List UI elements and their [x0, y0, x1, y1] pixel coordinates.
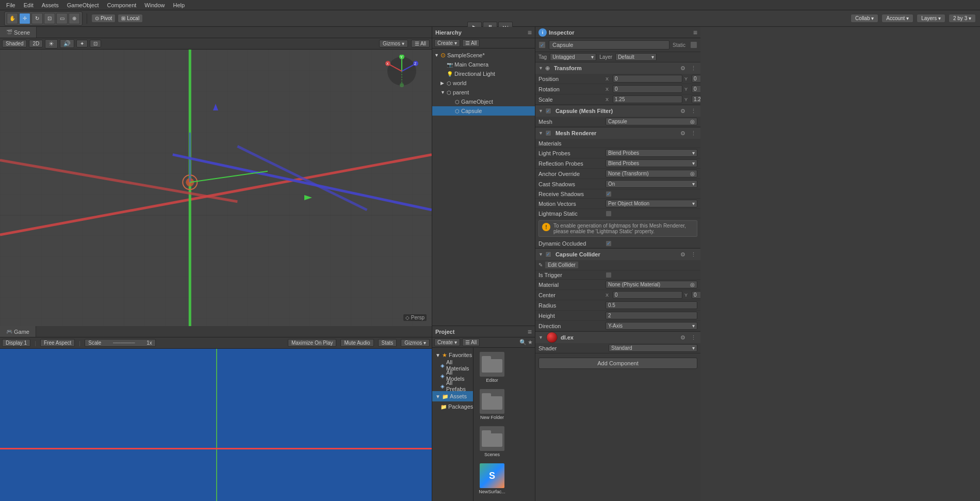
hierarchy-all-btn[interactable]: ☰ All	[462, 39, 480, 47]
scale-tool-btn[interactable]: ⊡	[44, 13, 55, 24]
cc-checkbox[interactable]	[545, 251, 551, 257]
scene-tab[interactable]: 🎬 Scene	[0, 27, 37, 38]
hierarchy-item-parent[interactable]: ▼ ⬡ parent	[432, 88, 535, 97]
rot-y-input[interactable]	[692, 85, 700, 93]
receive-shadows-checkbox[interactable]	[606, 191, 612, 197]
height-input[interactable]	[606, 312, 697, 319]
favorites-item[interactable]: ▼ ★ Favorites	[432, 350, 473, 360]
project-all-btn[interactable]: ☰ All	[462, 338, 480, 346]
audio-btn[interactable]: 🔊	[60, 39, 74, 48]
menu-assets[interactable]: Assets	[38, 2, 63, 8]
account-btn[interactable]: Account ▾	[881, 14, 913, 23]
scale-x-input[interactable]	[613, 95, 682, 103]
obj-active-checkbox[interactable]	[538, 41, 546, 49]
hierarchy-scene-root[interactable]: ▼ ⊙ SampleScene*	[432, 51, 535, 60]
asset-editor[interactable]: Editor	[476, 350, 509, 385]
maximize-btn[interactable]: Maximize On Play	[288, 339, 337, 347]
hand-tool-btn[interactable]: ✋	[7, 13, 18, 24]
lightmap-static-checkbox[interactable]	[606, 211, 612, 217]
edit-collider-btn[interactable]: Edit Collider	[545, 261, 579, 269]
hierarchy-menu-btn[interactable]: ≡	[528, 28, 532, 37]
collider-material-dropdown[interactable]: None (Physic Material) ◎	[606, 281, 697, 288]
menu-component[interactable]: Component	[103, 2, 140, 8]
mat-overflow-btn[interactable]: ⋮	[689, 333, 697, 342]
asset-new-folder[interactable]: New Folder	[476, 387, 509, 422]
hierarchy-item-world[interactable]: ▶ ⬡ world	[432, 78, 535, 88]
stats-btn[interactable]: Stats	[378, 339, 397, 347]
cast-shadows-dropdown[interactable]: On ▾	[606, 180, 697, 188]
collab-btn[interactable]: Collab ▾	[851, 14, 878, 23]
mesh-dropdown[interactable]: Capsule ◎	[606, 118, 697, 125]
asset-scenes[interactable]: Scenes	[476, 424, 509, 459]
transform-header[interactable]: ▼ ⊕ Transform ⚙ ⋮	[535, 62, 700, 74]
scale-y-input[interactable]	[692, 95, 700, 103]
asset-newsurf[interactable]: S NewSurfac...	[476, 461, 509, 496]
mf-settings-btn[interactable]: ⚙	[679, 107, 687, 115]
shader-dropdown[interactable]: Standard ▾	[609, 344, 697, 352]
menu-gameobject[interactable]: GameObject	[63, 2, 103, 8]
layer-dropdown[interactable]: Default ▾	[615, 53, 657, 61]
project-create-btn[interactable]: Create ▾	[434, 338, 460, 346]
capsule-collider-header[interactable]: ▼ Capsule Collider ⚙ ⋮	[535, 249, 700, 260]
hierarchy-item-gameobject[interactable]: ⬡ GameObject	[432, 97, 535, 106]
mf-overflow-btn[interactable]: ⋮	[689, 107, 697, 115]
gizmos-btn[interactable]: Gizmos ▾	[379, 40, 408, 47]
assets-item[interactable]: ▼ 📁 Assets	[432, 391, 473, 401]
menu-edit[interactable]: Edit	[20, 2, 38, 8]
menu-window[interactable]: Window	[140, 2, 169, 8]
hierarchy-item-directional-light[interactable]: 💡 Directional Light	[432, 69, 535, 78]
menu-file[interactable]: File	[2, 2, 20, 8]
move-tool-btn[interactable]: ✛	[19, 13, 30, 24]
tag-dropdown[interactable]: Untagged ▾	[550, 53, 596, 61]
aspect-select[interactable]: Free Aspect	[40, 339, 75, 347]
direction-dropdown[interactable]: Y-Axis ▾	[606, 322, 697, 330]
all-prefabs-item[interactable]: ◈ All Prefabs	[432, 381, 473, 391]
fx-btn[interactable]: ✦	[76, 40, 88, 47]
mesh-renderer-header[interactable]: ▼ Mesh Renderer ⚙ ⋮	[535, 127, 700, 139]
mr-checkbox[interactable]	[545, 130, 551, 136]
hierarchy-item-capsule[interactable]: ⬡ Capsule	[432, 106, 535, 116]
is-trigger-checkbox[interactable]	[606, 272, 612, 278]
local-btn[interactable]: ⊞ Local	[118, 14, 143, 23]
static-checkbox[interactable]	[690, 41, 697, 49]
hierarchy-item-main-camera[interactable]: 📷 Main Camera	[432, 60, 535, 69]
hierarchy-create-btn[interactable]: Create ▾	[434, 39, 460, 47]
transform-overflow-btn[interactable]: ⋮	[689, 64, 697, 72]
game-tab[interactable]: 🎮 Game	[0, 326, 36, 337]
layout-btn[interactable]: 2 by 3 ▾	[949, 14, 976, 23]
mat-settings-btn[interactable]: ⚙	[679, 333, 687, 342]
mute-btn[interactable]: Mute Audio	[340, 339, 373, 347]
add-component-btn[interactable]: Add Component	[538, 358, 697, 369]
custom-tool-btn[interactable]: ⊕	[69, 13, 80, 24]
cc-settings-btn[interactable]: ⚙	[679, 250, 687, 258]
menu-help[interactable]: Help	[169, 2, 189, 8]
inspector-menu-btn[interactable]: ≡	[693, 28, 697, 37]
all-models-item[interactable]: ◈ All Models	[432, 370, 473, 381]
packages-item[interactable]: 📁 Packages	[432, 401, 473, 412]
scene-canvas[interactable]: Y Z X ◇ Persp	[0, 50, 432, 326]
cc-overflow-btn[interactable]: ⋮	[689, 250, 697, 258]
light-probes-dropdown[interactable]: Blend Probes ▾	[606, 149, 697, 157]
obj-name-input[interactable]	[549, 40, 669, 50]
mr-settings-btn[interactable]: ⚙	[679, 129, 687, 137]
project-menu-btn[interactable]: ≡	[528, 328, 532, 336]
shaded-btn[interactable]: Shaded	[2, 40, 27, 47]
transform-settings-btn[interactable]: ⚙	[679, 64, 687, 72]
game-canvas[interactable]	[0, 349, 432, 501]
rect-tool-btn[interactable]: ▭	[56, 13, 68, 24]
rotate-tool-btn[interactable]: ↻	[31, 13, 43, 24]
motion-vectors-dropdown[interactable]: Per Object Motion ▾	[606, 200, 697, 207]
reflection-probes-dropdown[interactable]: Blend Probes ▾	[606, 159, 697, 167]
mesh-filter-header[interactable]: ▼ Capsule (Mesh Filter) ⚙ ⋮	[535, 105, 700, 117]
game-gizmos-btn[interactable]: Gizmos ▾	[401, 339, 430, 347]
center-y-input[interactable]	[692, 291, 700, 299]
display-select[interactable]: Display 1	[2, 339, 30, 347]
pos-y-input[interactable]	[692, 75, 700, 83]
pivot-btn[interactable]: ⊙ Pivot	[91, 14, 116, 23]
radius-input[interactable]	[606, 301, 697, 309]
anchor-override-dropdown[interactable]: None (Transform) ◎	[606, 170, 697, 177]
material-header[interactable]: ▼ dl.ex ⚙ ⋮	[535, 332, 700, 343]
hidden-btn[interactable]: ⊡	[90, 40, 101, 47]
pos-x-input[interactable]	[613, 75, 682, 83]
2d-btn[interactable]: 2D	[29, 40, 43, 47]
